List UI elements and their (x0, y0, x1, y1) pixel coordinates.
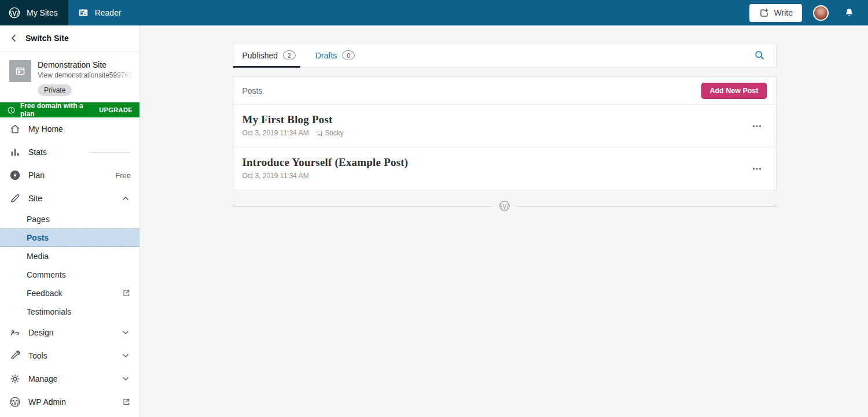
wordpress-footer-logo-icon (498, 200, 511, 212)
page-footer (233, 200, 777, 212)
post-meta: Oct 3, 2019 11:34 AM Sticky (242, 129, 741, 137)
sidebar: Switch Site Demonstration Site View demo… (0, 25, 140, 417)
bell-icon (843, 7, 855, 19)
sidebar-item-label: Manage (28, 374, 58, 383)
external-link-icon (122, 397, 131, 407)
sidebar-item-plan[interactable]: Plan Free (0, 164, 139, 187)
sidebar-item-label: Site (28, 194, 42, 203)
plan-icon (9, 169, 21, 182)
notifications-button[interactable] (832, 0, 868, 25)
ellipsis-icon (751, 120, 763, 132)
site-url: View demonstrationsite599765121.w (38, 71, 135, 79)
user-avatar[interactable] (813, 5, 829, 21)
site-title: Demonstration Site (38, 60, 135, 69)
gear-icon (9, 372, 21, 385)
sidebar-item-wp-admin[interactable]: WP Admin (0, 390, 139, 414)
sidebar-item-testimonials[interactable]: Testimonials (0, 302, 139, 321)
post-meta: Oct 3, 2019 11:34 AM (242, 172, 741, 180)
upgrade-banner-text: Free domain with a plan (20, 102, 94, 118)
sidebar-item-design[interactable]: Design (0, 321, 139, 344)
plan-meta: Free (115, 171, 131, 180)
sticky-label: Sticky (325, 129, 344, 137)
post-title-link[interactable]: Introduce Yourself (Example Post) (242, 156, 409, 169)
private-badge: Private (38, 84, 72, 96)
post-row: Introduce Yourself (Example Post) Oct 3,… (233, 147, 776, 190)
pencil-icon (9, 192, 21, 205)
switch-site-label: Switch Site (25, 34, 69, 43)
upgrade-banner[interactable]: Free domain with a plan UPGRADE (0, 102, 139, 117)
main-content: Published 2 Drafts 0 Posts Add New Post (141, 25, 868, 417)
write-label: Write (774, 8, 793, 17)
drafts-count-badge: 0 (342, 50, 355, 60)
design-squiggle-icon (9, 326, 21, 339)
home-icon (9, 123, 21, 135)
sidebar-item-posts[interactable]: Posts (0, 228, 139, 247)
sidebar-item-label: Design (28, 328, 54, 337)
posts-card: Posts Add New Post My First Blog Post Oc… (233, 76, 777, 190)
sidebar-item-comments[interactable]: Comments (0, 265, 139, 284)
sidebar-item-feedback[interactable]: Feedback (0, 284, 139, 302)
upgrade-cta[interactable]: UPGRADE (99, 106, 133, 113)
site-submenu: Pages Posts Media Comments Feedback (0, 210, 139, 321)
sidebar-item-media[interactable]: Media (0, 247, 139, 265)
write-icon (759, 8, 770, 19)
submenu-item-label: Feedback (27, 289, 62, 298)
search-icon (753, 49, 766, 61)
sidebar-item-label: Stats (28, 147, 47, 157)
masterbar: My Sites Reader Write (0, 0, 868, 25)
sidebar-item-manage[interactable]: Manage (0, 367, 139, 390)
site-card-info: Demonstration Site View demonstrationsit… (38, 60, 135, 96)
posts-card-header: Posts Add New Post (233, 77, 776, 105)
site-placeholder-icon (9, 60, 31, 82)
add-new-post-button[interactable]: Add New Post (701, 83, 766, 99)
site-card[interactable]: Demonstration Site View demonstrationsit… (0, 51, 139, 102)
chevron-down-icon (120, 350, 131, 361)
write-button[interactable]: Write (749, 4, 802, 22)
my-sites-button[interactable]: My Sites (0, 0, 68, 25)
reader-label: Reader (95, 8, 122, 17)
post-row: My First Blog Post Oct 3, 2019 11:34 AM … (233, 105, 776, 147)
info-icon (7, 106, 16, 115)
search-button[interactable] (752, 47, 767, 64)
submenu-item-label: Comments (27, 270, 66, 279)
tab-label: Drafts (315, 51, 337, 60)
sidebar-item-site[interactable]: Site (0, 187, 139, 210)
sidebar-item-pages[interactable]: Pages (0, 210, 139, 228)
submenu-item-label: Testimonials (27, 307, 71, 316)
reader-icon (77, 6, 90, 19)
switch-site-button[interactable]: Switch Site (0, 25, 139, 51)
stats-sparkline (89, 152, 131, 153)
sidebar-item-label: My Home (28, 124, 63, 134)
published-count-badge: 2 (283, 50, 296, 60)
tab-drafts[interactable]: Drafts 0 (315, 43, 355, 67)
masterbar-spacer (130, 0, 749, 25)
sidebar-item-label: Tools (28, 351, 47, 360)
my-sites-label: My Sites (27, 8, 58, 17)
submenu-item-label: Posts (27, 233, 49, 242)
tab-published[interactable]: Published 2 (242, 43, 296, 67)
submenu-item-label: Pages (27, 215, 50, 224)
sidebar-item-stats[interactable]: Stats (0, 141, 139, 164)
wrench-icon (9, 349, 21, 362)
posts-card-title: Posts (242, 86, 263, 95)
content-column: Published 2 Drafts 0 Posts Add New Post (233, 43, 777, 212)
sticky-flag: Sticky (316, 129, 344, 137)
stats-icon (9, 146, 21, 158)
external-link-icon (122, 289, 131, 298)
post-actions-ellipsis-button[interactable] (747, 159, 767, 179)
post-title-link[interactable]: My First Blog Post (242, 113, 333, 126)
post-actions-ellipsis-button[interactable] (747, 116, 767, 136)
sidebar-item-tools[interactable]: Tools (0, 344, 139, 367)
sidebar-item-label: WP Admin (28, 397, 66, 407)
tab-label: Published (242, 51, 278, 60)
post-status-tabbar: Published 2 Drafts 0 (233, 43, 777, 68)
sidebar-item-my-home[interactable]: My Home (0, 117, 139, 141)
chevron-down-icon (120, 374, 131, 384)
sidebar-item-label: Plan (28, 171, 45, 180)
wordpress-logo-icon (9, 396, 21, 408)
chevron-up-icon (120, 193, 131, 204)
chevron-down-icon (120, 327, 131, 338)
post-date: Oct 3, 2019 11:34 AM (242, 129, 309, 137)
reader-button[interactable]: Reader (68, 0, 130, 25)
bookmark-icon (316, 130, 323, 137)
